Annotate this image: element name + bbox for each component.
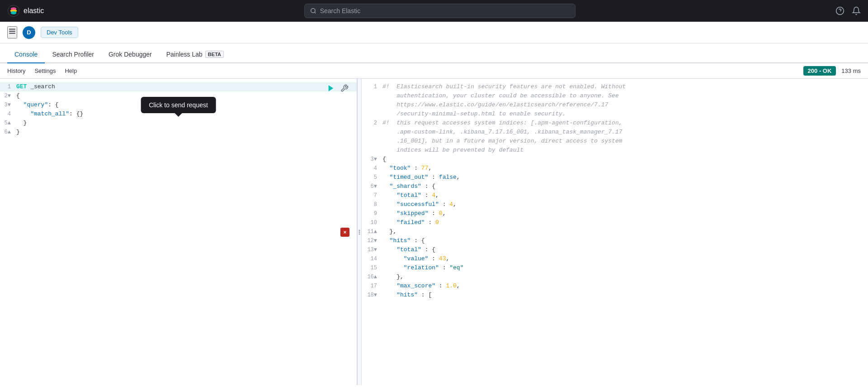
out-line-content-2: #! this request accesses system indices:… xyxy=(382,119,868,155)
out-line-num-2: 2 xyxy=(362,119,382,128)
out-line-content-10: "failed" : 0 xyxy=(382,218,868,227)
breadcrumb-devtools[interactable]: Dev Tools xyxy=(41,27,78,38)
status-badge: 200 - OK xyxy=(803,66,836,76)
output-code: 1 #! Elasticsearch built-in security fea… xyxy=(362,79,868,385)
out-line-num-15: 15 xyxy=(362,263,382,272)
output-line-7: 7 "total" : 4, xyxy=(362,191,868,200)
out-line-content-8: "successful" : 4, xyxy=(382,200,868,209)
editor-line-6: 6▲ } xyxy=(0,128,357,137)
out-line-content-5: "timed_out" : false, xyxy=(382,173,868,182)
history-link[interactable]: History xyxy=(7,67,25,74)
svg-point-13 xyxy=(359,229,360,231)
line-number-2: 2▼ xyxy=(0,91,16,100)
output-line-9: 9 "skipped" : 0, xyxy=(362,209,868,218)
tooltip-box: Click to send request xyxy=(141,97,216,113)
output-line-1: 1 #! Elasticsearch built-in security fea… xyxy=(362,82,868,119)
output-line-18: 18▼ "hits" : [ xyxy=(362,291,868,300)
out-line-content-6: "_shards" : { xyxy=(382,182,868,191)
close-icon xyxy=(343,230,347,234)
beta-badge: BETA xyxy=(205,51,224,58)
line-number-3: 3▼ xyxy=(0,100,16,110)
logo-area: elastic xyxy=(7,5,44,17)
response-timing: 133 ms xyxy=(841,67,861,74)
tab-search-profiler[interactable]: Search Profiler xyxy=(45,46,101,63)
out-line-num-16: 16▲ xyxy=(362,272,382,282)
editor-pane: Click to send request 1 GET _search xyxy=(0,79,357,385)
search-placeholder: Search Elastic xyxy=(320,7,360,14)
tooltip-container: Click to send request xyxy=(141,97,216,117)
output-line-12: 12▼ "hits" : { xyxy=(362,236,868,245)
tooltip-arrow xyxy=(175,113,182,117)
search-icon xyxy=(310,8,316,14)
output-line-6: 6▼ "_shards" : { xyxy=(362,182,868,191)
global-search-bar[interactable]: Search Elastic xyxy=(304,4,576,18)
out-line-num-8: 8 xyxy=(362,200,382,209)
notifications-icon-button[interactable] xyxy=(852,6,861,15)
line-content-1: GET _search xyxy=(16,82,357,91)
out-line-num-5: 5 xyxy=(362,173,382,182)
out-line-content-18: "hits" : [ xyxy=(382,291,868,300)
output-line-5: 5 "timed_out" : false, xyxy=(362,173,868,182)
hamburger-menu[interactable] xyxy=(7,26,17,38)
svg-point-4 xyxy=(311,9,315,13)
out-line-content-11: }, xyxy=(382,227,868,236)
editor-actions xyxy=(326,83,349,93)
top-navbar: elastic Search Elastic xyxy=(0,0,868,22)
out-line-num-1: 1 xyxy=(362,82,382,91)
output-line-11: 11▲ }, xyxy=(362,227,868,236)
action-bar: History Settings Help 200 - OK 133 ms xyxy=(0,63,868,79)
output-line-14: 14 "value" : 43, xyxy=(362,254,868,263)
error-close-button[interactable] xyxy=(340,228,349,237)
output-line-2: 2 #! this request accesses system indice… xyxy=(362,119,868,155)
line-content-6: } xyxy=(16,128,357,137)
output-line-16: 16▲ }, xyxy=(362,272,868,282)
user-avatar[interactable]: D xyxy=(23,26,35,39)
code-editor[interactable]: 1 GET _search 2▼ { 3▼ "query xyxy=(0,79,357,385)
line-number-6: 6▲ xyxy=(0,128,16,137)
out-line-num-7: 7 xyxy=(362,191,382,200)
out-line-num-10: 10 xyxy=(362,218,382,227)
svg-point-15 xyxy=(359,233,360,234)
editor-line-1: 1 GET _search xyxy=(0,82,357,91)
out-line-content-4: "took" : 77, xyxy=(382,164,868,173)
tools-button[interactable] xyxy=(340,83,349,93)
pane-divider[interactable] xyxy=(357,79,362,385)
tabs-bar: Console Search Profiler Grok Debugger Pa… xyxy=(0,43,868,63)
out-line-content-9: "skipped" : 0, xyxy=(382,209,868,218)
help-link[interactable]: Help xyxy=(65,67,77,74)
out-line-content-14: "value" : 43, xyxy=(382,254,868,263)
out-line-num-4: 4 xyxy=(362,164,382,173)
out-line-content-1: #! Elasticsearch built-in security featu… xyxy=(382,82,868,119)
out-line-num-11: 11▲ xyxy=(362,227,382,236)
svg-point-14 xyxy=(359,231,360,233)
line-number-1: 1 xyxy=(0,82,16,91)
main-content: Click to send request 1 GET _search xyxy=(0,79,868,385)
drag-handle-icon xyxy=(359,227,360,238)
navbar-actions xyxy=(835,6,861,15)
tab-grok-debugger[interactable]: Grok Debugger xyxy=(101,46,159,63)
out-line-content-17: "max_score" : 1.0, xyxy=(382,282,868,291)
output-line-15: 15 "relation" : "eq" xyxy=(362,263,868,272)
out-line-content-15: "relation" : "eq" xyxy=(382,263,868,272)
run-button[interactable] xyxy=(326,83,336,93)
menu-icon xyxy=(8,27,16,35)
help-icon-button[interactable] xyxy=(835,6,844,15)
output-pane: 1 #! Elasticsearch built-in security fea… xyxy=(362,79,868,385)
brand-name: elastic xyxy=(24,7,44,15)
action-bar-left: History Settings Help xyxy=(7,67,77,74)
settings-link[interactable]: Settings xyxy=(34,67,56,74)
svg-marker-10 xyxy=(329,85,334,91)
out-line-num-14: 14 xyxy=(362,254,382,263)
output-line-8: 8 "successful" : 4, xyxy=(362,200,868,209)
app-bar: D Dev Tools xyxy=(0,22,868,43)
tab-painless-lab[interactable]: Painless Lab BETA xyxy=(159,46,231,63)
output-line-4: 4 "took" : 77, xyxy=(362,164,868,173)
action-bar-right: 200 - OK 133 ms xyxy=(803,66,861,76)
elastic-logo-icon xyxy=(7,5,20,17)
output-line-3: 3▼ { xyxy=(362,155,868,164)
play-icon xyxy=(327,84,335,92)
tab-console[interactable]: Console xyxy=(7,46,45,63)
line-number-4: 4 xyxy=(0,110,16,119)
output-line-17: 17 "max_score" : 1.0, xyxy=(362,282,868,291)
out-line-num-9: 9 xyxy=(362,209,382,218)
